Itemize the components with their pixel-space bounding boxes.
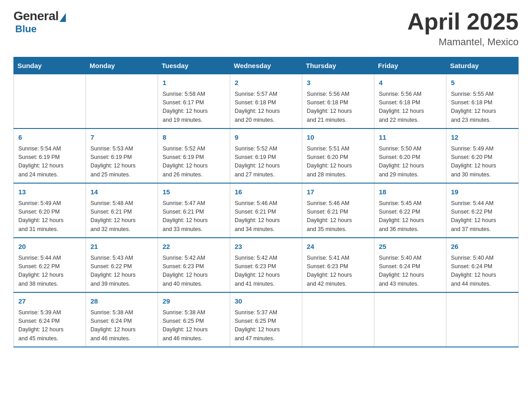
calendar-week-row: 6Sunrise: 5:54 AMSunset: 6:19 PMDaylight… (14, 128, 519, 183)
calendar-cell: 6Sunrise: 5:54 AMSunset: 6:19 PMDaylight… (14, 128, 86, 183)
calendar-cell: 15Sunrise: 5:47 AMSunset: 6:21 PMDayligh… (158, 183, 230, 238)
day-info: Sunrise: 5:47 AMSunset: 6:21 PMDaylight:… (163, 199, 225, 234)
logo-general-text: General (13, 9, 59, 23)
calendar-cell: 12Sunrise: 5:49 AMSunset: 6:20 PMDayligh… (446, 128, 519, 183)
calendar-cell: 10Sunrise: 5:51 AMSunset: 6:20 PMDayligh… (302, 128, 374, 183)
day-number: 13 (18, 187, 81, 197)
day-info: Sunrise: 5:42 AMSunset: 6:23 PMDaylight:… (235, 254, 297, 289)
day-info: Sunrise: 5:39 AMSunset: 6:24 PMDaylight:… (18, 308, 81, 343)
day-number: 1 (163, 78, 225, 88)
calendar-week-row: 27Sunrise: 5:39 AMSunset: 6:24 PMDayligh… (14, 292, 519, 347)
logo-triangle-icon (60, 13, 66, 22)
day-info: Sunrise: 5:53 AMSunset: 6:19 PMDaylight:… (90, 145, 153, 180)
calendar-cell: 17Sunrise: 5:46 AMSunset: 6:21 PMDayligh… (302, 183, 374, 238)
day-info: Sunrise: 5:40 AMSunset: 6:24 PMDaylight:… (451, 254, 514, 289)
calendar-cell: 22Sunrise: 5:42 AMSunset: 6:23 PMDayligh… (158, 238, 230, 292)
calendar-cell: 21Sunrise: 5:43 AMSunset: 6:22 PMDayligh… (86, 238, 158, 292)
day-number: 17 (307, 187, 369, 197)
calendar-subtitle: Mamantel, Mexico (407, 36, 519, 48)
day-number: 21 (90, 242, 153, 252)
weekday-header-wednesday: Wednesday (230, 57, 302, 74)
calendar-cell: 23Sunrise: 5:42 AMSunset: 6:23 PMDayligh… (230, 238, 302, 292)
day-number: 26 (451, 242, 514, 252)
calendar-cell (86, 74, 158, 129)
day-number: 4 (379, 78, 442, 88)
weekday-header-sunday: Sunday (14, 57, 86, 74)
day-info: Sunrise: 5:46 AMSunset: 6:21 PMDaylight:… (235, 199, 297, 234)
calendar-cell: 19Sunrise: 5:44 AMSunset: 6:22 PMDayligh… (446, 183, 519, 238)
day-number: 12 (451, 133, 514, 143)
day-info: Sunrise: 5:56 AMSunset: 6:18 PMDaylight:… (379, 90, 442, 125)
day-number: 16 (235, 187, 297, 197)
day-number: 2 (235, 78, 297, 88)
day-number: 18 (379, 187, 442, 197)
calendar-cell (446, 292, 519, 347)
weekday-header-tuesday: Tuesday (158, 57, 230, 74)
calendar-week-row: 13Sunrise: 5:49 AMSunset: 6:20 PMDayligh… (14, 183, 519, 238)
day-number: 24 (307, 242, 369, 252)
day-number: 5 (451, 78, 514, 88)
day-number: 30 (235, 296, 297, 307)
day-info: Sunrise: 5:57 AMSunset: 6:18 PMDaylight:… (235, 90, 297, 125)
day-info: Sunrise: 5:37 AMSunset: 6:25 PMDaylight:… (235, 308, 297, 343)
day-number: 20 (18, 242, 81, 252)
calendar-cell: 20Sunrise: 5:44 AMSunset: 6:22 PMDayligh… (14, 238, 86, 292)
calendar-table: SundayMondayTuesdayWednesdayThursdayFrid… (13, 57, 519, 347)
calendar-cell: 28Sunrise: 5:38 AMSunset: 6:24 PMDayligh… (86, 292, 158, 347)
day-number: 25 (379, 242, 442, 252)
logo-blue-text: Blue (15, 23, 37, 35)
calendar-cell: 11Sunrise: 5:50 AMSunset: 6:20 PMDayligh… (374, 128, 446, 183)
day-number: 28 (90, 296, 153, 307)
day-number: 27 (18, 296, 81, 307)
day-number: 22 (163, 242, 225, 252)
day-number: 19 (451, 187, 514, 197)
day-info: Sunrise: 5:49 AMSunset: 6:20 PMDaylight:… (451, 145, 514, 180)
day-info: Sunrise: 5:44 AMSunset: 6:22 PMDaylight:… (18, 254, 81, 289)
day-number: 11 (379, 133, 442, 143)
day-info: Sunrise: 5:51 AMSunset: 6:20 PMDaylight:… (307, 145, 369, 180)
day-info: Sunrise: 5:38 AMSunset: 6:25 PMDaylight:… (163, 308, 225, 343)
day-info: Sunrise: 5:52 AMSunset: 6:19 PMDaylight:… (163, 145, 225, 180)
calendar-body: 1Sunrise: 5:58 AMSunset: 6:17 PMDaylight… (14, 74, 519, 347)
day-info: Sunrise: 5:49 AMSunset: 6:20 PMDaylight:… (18, 199, 81, 234)
calendar-cell: 1Sunrise: 5:58 AMSunset: 6:17 PMDaylight… (158, 74, 230, 129)
calendar-cell: 3Sunrise: 5:56 AMSunset: 6:18 PMDaylight… (302, 74, 374, 129)
calendar-cell: 2Sunrise: 5:57 AMSunset: 6:18 PMDaylight… (230, 74, 302, 129)
logo: General Blue (13, 9, 66, 35)
calendar-week-row: 20Sunrise: 5:44 AMSunset: 6:22 PMDayligh… (14, 238, 519, 292)
calendar-cell (302, 292, 374, 347)
calendar-week-row: 1Sunrise: 5:58 AMSunset: 6:17 PMDaylight… (14, 74, 519, 129)
calendar-cell: 9Sunrise: 5:52 AMSunset: 6:19 PMDaylight… (230, 128, 302, 183)
day-number: 29 (163, 296, 225, 307)
day-info: Sunrise: 5:44 AMSunset: 6:22 PMDaylight:… (451, 199, 514, 234)
weekday-header-monday: Monday (86, 57, 158, 74)
weekday-header-row: SundayMondayTuesdayWednesdayThursdayFrid… (14, 57, 519, 74)
day-info: Sunrise: 5:38 AMSunset: 6:24 PMDaylight:… (90, 308, 153, 343)
day-number: 23 (235, 242, 297, 252)
calendar-title: April 2025 (407, 9, 519, 34)
day-info: Sunrise: 5:55 AMSunset: 6:18 PMDaylight:… (451, 90, 514, 125)
weekday-header-friday: Friday (374, 57, 446, 74)
day-info: Sunrise: 5:58 AMSunset: 6:17 PMDaylight:… (163, 90, 225, 125)
day-info: Sunrise: 5:48 AMSunset: 6:21 PMDaylight:… (90, 199, 153, 234)
day-info: Sunrise: 5:52 AMSunset: 6:19 PMDaylight:… (235, 145, 297, 180)
calendar-cell (374, 292, 446, 347)
calendar-cell: 24Sunrise: 5:41 AMSunset: 6:23 PMDayligh… (302, 238, 374, 292)
day-number: 14 (90, 187, 153, 197)
weekday-header-thursday: Thursday (302, 57, 374, 74)
calendar-cell (14, 74, 86, 129)
day-info: Sunrise: 5:56 AMSunset: 6:18 PMDaylight:… (307, 90, 369, 125)
calendar-cell: 7Sunrise: 5:53 AMSunset: 6:19 PMDaylight… (86, 128, 158, 183)
day-number: 8 (163, 133, 225, 143)
calendar-cell: 14Sunrise: 5:48 AMSunset: 6:21 PMDayligh… (86, 183, 158, 238)
calendar-cell: 13Sunrise: 5:49 AMSunset: 6:20 PMDayligh… (14, 183, 86, 238)
calendar-cell: 4Sunrise: 5:56 AMSunset: 6:18 PMDaylight… (374, 74, 446, 129)
calendar-cell: 29Sunrise: 5:38 AMSunset: 6:25 PMDayligh… (158, 292, 230, 347)
calendar-cell: 25Sunrise: 5:40 AMSunset: 6:24 PMDayligh… (374, 238, 446, 292)
day-number: 3 (307, 78, 369, 88)
day-info: Sunrise: 5:45 AMSunset: 6:22 PMDaylight:… (379, 199, 442, 234)
day-number: 7 (90, 133, 153, 143)
day-info: Sunrise: 5:41 AMSunset: 6:23 PMDaylight:… (307, 254, 369, 289)
page-header: General Blue April 2025 Mamantel, Mexico (13, 9, 519, 48)
day-info: Sunrise: 5:43 AMSunset: 6:22 PMDaylight:… (90, 254, 153, 289)
